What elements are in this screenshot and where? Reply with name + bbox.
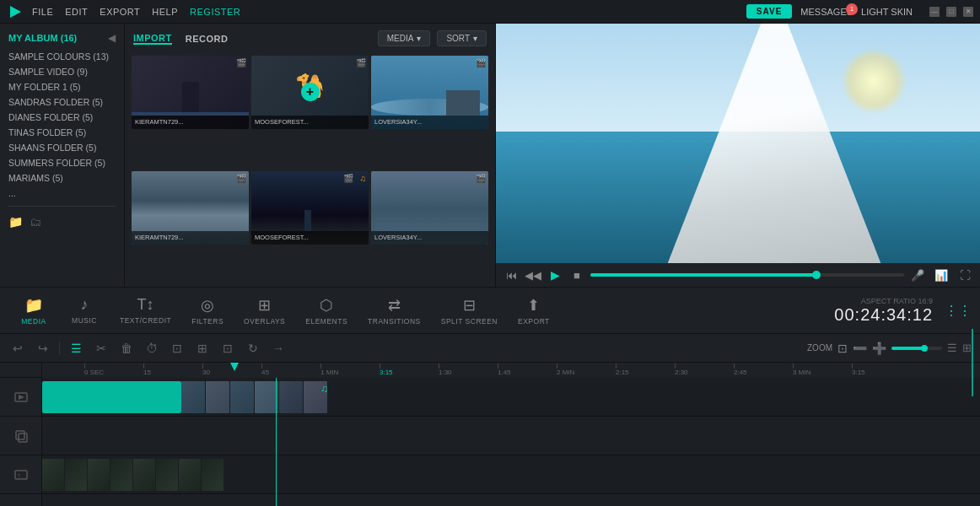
sidebar-item-shaans[interactable]: SHAANS FOLDER (5) <box>0 140 124 155</box>
sidebar-actions: 📁 🗂 <box>0 212 124 232</box>
tool-elements[interactable]: ⬡ ELEMENTS <box>295 293 358 329</box>
thumb-label-4: KIERAMTN729... <box>135 234 184 241</box>
sidebar-item-sandras[interactable]: SANDRAS FOLDER (5) <box>0 94 124 110</box>
more-options-button[interactable]: ⋮⋮ <box>945 303 972 319</box>
crop-button[interactable]: ⊡ <box>218 339 237 358</box>
redo-button[interactable]: ↪ <box>34 339 52 358</box>
thumb-night-person <box>304 210 311 231</box>
media-thumbnail-1[interactable]: KIERAMTN729... 🎬 <box>132 56 249 129</box>
tool-music[interactable]: ♪ MUSIC <box>59 293 110 328</box>
sidebar-item-dianes[interactable]: DIANES FOLDER (5) <box>0 110 124 125</box>
split-button[interactable]: ⊞ <box>193 339 212 358</box>
tool-split-screen[interactable]: ⊟ SPLIT SCREEN <box>431 293 508 329</box>
tool-transitions[interactable]: ⇄ TRANSITIONS <box>358 293 431 329</box>
skin-toggle[interactable]: LIGHT SKIN <box>861 7 913 17</box>
frame-4 <box>255 381 278 413</box>
track-label-overlay[interactable] <box>0 417 41 455</box>
media-thumbnail-5[interactable]: MOOSEFOREST... ♫ 🎬 <box>251 171 369 245</box>
track-labels: T <box>0 363 42 506</box>
music-tool-icon: ♪ <box>81 296 89 314</box>
menu-edit[interactable]: EDIT <box>65 7 88 17</box>
record-button[interactable]: RECORD <box>186 34 229 44</box>
timeline-body: T 0 SEC 15 30 45 1 MIN 3:15 1:30 <box>0 363 980 506</box>
fullscreen-icon[interactable]: ⛶ <box>956 266 973 283</box>
tool-overlays[interactable]: ⊞ OVERLAYS <box>234 293 295 329</box>
messages-button[interactable]: MESSAGES 1 <box>800 7 853 17</box>
sidebar-item-summers[interactable]: SUMMERS FOLDER (5) <box>0 155 124 170</box>
playback-right-controls: 🎤 📊 ⛶ <box>909 266 973 283</box>
cut-button[interactable]: ✂ <box>92 339 110 358</box>
track-label-video[interactable] <box>0 378 41 417</box>
insert-button[interactable]: ☰ <box>67 339 85 358</box>
filters-tool-label: FILTERS <box>191 317 223 326</box>
video-clip-cyan[interactable] <box>42 381 181 413</box>
track-label-audio[interactable] <box>0 494 41 506</box>
thumb-cliff <box>446 90 480 116</box>
stop-button[interactable]: ■ <box>568 266 585 283</box>
close-button[interactable]: ✕ <box>963 7 973 17</box>
sidebar-item-tinas[interactable]: TINAS FOLDER (5) <box>0 125 124 140</box>
save-button[interactable]: SAVE <box>746 4 793 19</box>
media-thumbnail-6[interactable]: LOVERSIA34Y... 🎬 <box>371 171 488 245</box>
duplicate-button[interactable]: ⊡ <box>168 339 186 358</box>
sidebar-collapse-button[interactable]: ◀ <box>108 32 116 44</box>
ruler-corner <box>0 363 41 378</box>
microphone-icon[interactable]: 🎤 <box>909 266 926 283</box>
rotate-button[interactable]: ↻ <box>244 339 262 358</box>
folder-action-button[interactable]: 🗂 <box>30 215 41 229</box>
sort-dropdown[interactable]: SORT ▾ <box>437 30 487 46</box>
thumb-label-bar-3: LOVERSIA34Y... <box>371 116 488 129</box>
track-label-title[interactable]: T <box>0 455 41 494</box>
import-button[interactable]: IMPORT <box>133 33 172 45</box>
progress-handle[interactable] <box>812 271 821 279</box>
title-bar: FILE EDIT EXPORT HELP REGISTER SAVE MESS… <box>0 0 980 24</box>
svg-marker-0 <box>10 6 21 18</box>
tool-media[interactable]: 📁 MEDIA <box>8 293 59 329</box>
tool-text[interactable]: T↕ TEXT/CREDIT <box>110 293 181 328</box>
sun-glow <box>840 47 907 115</box>
zoom-slider-handle[interactable] <box>921 345 928 352</box>
timeline-grid-button[interactable]: ☰ <box>947 342 957 354</box>
media-thumbnail-2[interactable]: 🐪 + MOOSEFOREST... 🎬 <box>251 56 369 129</box>
sidebar-item-mariams[interactable]: MARIAMS (5) <box>0 170 124 186</box>
sidebar-item-more[interactable]: ... <box>0 186 124 201</box>
menu-register[interactable]: REGISTER <box>190 7 240 17</box>
more-tl-button[interactable]: → <box>269 339 288 358</box>
maximize-button[interactable]: □ <box>946 7 956 17</box>
tool-filters[interactable]: ◎ FILTERS <box>181 293 234 329</box>
menu-export[interactable]: EXPORT <box>100 7 140 17</box>
play-button[interactable]: ▶ <box>547 266 563 283</box>
transitions-tool-label: TRANSITIONS <box>368 317 421 326</box>
timeline-view-button[interactable]: ⊞ <box>962 342 972 354</box>
media-thumbnail-4[interactable]: KIERAMTN729... 🎬 <box>132 171 249 245</box>
chevron-down-icon: ▾ <box>473 34 477 43</box>
previous-frame-button[interactable]: ◀◀ <box>525 266 541 283</box>
video-clip-frames[interactable] <box>181 381 337 413</box>
sidebar-item-sample-colours[interactable]: SAMPLE COLOURS (13) <box>0 49 124 64</box>
undo-button[interactable]: ↩ <box>8 339 27 358</box>
menu-help[interactable]: HELP <box>152 7 178 17</box>
go-to-start-button[interactable]: ⏮ <box>503 266 520 283</box>
zoom-out-button[interactable]: ➖ <box>853 342 867 355</box>
media-thumbnail-3[interactable]: LOVERSIA34Y... 🎬 <box>371 56 488 129</box>
progress-bar[interactable] <box>590 273 904 277</box>
zoom-in-button[interactable]: ➕ <box>872 342 886 355</box>
add-folder-button[interactable]: 📁 <box>8 215 23 229</box>
sidebar-item-my-folder[interactable]: MY FOLDER 1 (5) <box>0 79 124 94</box>
zoom-fit-button[interactable]: ⊡ <box>837 342 848 355</box>
menu-file[interactable]: FILE <box>32 7 53 17</box>
sidebar: MY ALBUM (16) ◀ SAMPLE COLOURS (13) SAMP… <box>0 24 125 287</box>
minimize-button[interactable]: — <box>929 7 940 17</box>
media-type-dropdown[interactable]: MEDIA ▾ <box>378 30 431 46</box>
progress-bar-fill <box>590 273 816 277</box>
add-to-timeline-button-2[interactable]: + <box>301 83 320 101</box>
tool-export[interactable]: ⬆ EXPORT <box>508 293 560 329</box>
audio-clip[interactable] <box>42 459 228 491</box>
volume-icon[interactable]: 📊 <box>933 266 950 283</box>
zoom-slider[interactable] <box>891 347 942 350</box>
thumb-label-bar-6: LOVERSIA34Y... <box>371 231 488 245</box>
sidebar-item-sample-video[interactable]: SAMPLE VIDEO (9) <box>0 64 124 79</box>
timer-button[interactable]: ⏱ <box>143 339 161 358</box>
overlays-tool-icon: ⊞ <box>258 296 271 315</box>
delete-button[interactable]: 🗑 <box>117 339 136 358</box>
